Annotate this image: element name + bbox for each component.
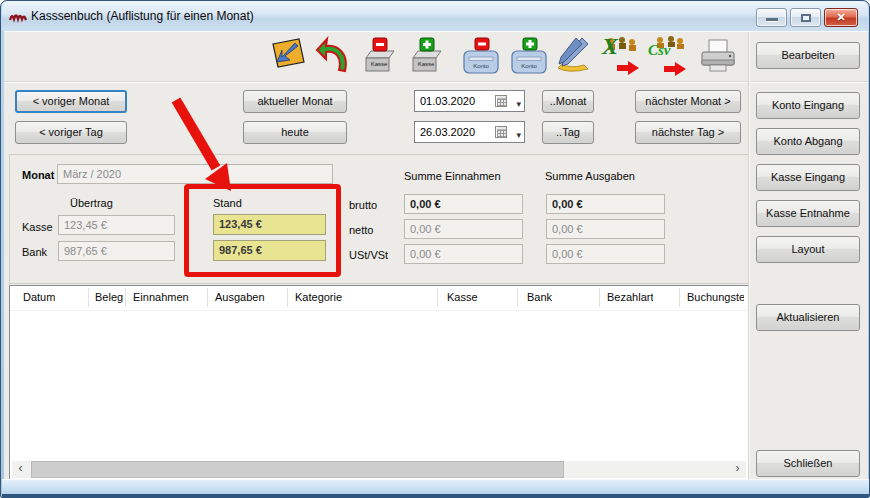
kasse-eingang-label: Kasse	[406, 61, 446, 67]
kasse-stand-field: 123,45 €	[213, 214, 326, 235]
close-icon: ✕	[836, 11, 845, 23]
month-date-value: 01.03.2020	[420, 95, 475, 107]
col-header-ausgaben[interactable]: Ausgaben	[215, 291, 265, 303]
bank-row-label: Bank	[22, 246, 47, 258]
netto-ausgaben-field: 0,00 €	[546, 219, 665, 239]
kasse-entnahme-button[interactable]: Kasse Entnahme	[756, 200, 860, 227]
brutto-ausgaben-field: 0,00 €	[546, 194, 665, 214]
content-area: Kasse Kasse Konto	[4, 31, 868, 481]
col-header-kategorie[interactable]: Kategorie	[295, 291, 342, 303]
summe-einnahmen-header: Summe Einnahmen	[404, 170, 501, 182]
excel-export-icon[interactable]: X	[601, 36, 641, 78]
konto-eingang-label: Konto	[509, 63, 549, 69]
konto-eingang-button[interactable]: Konto Eingang	[756, 92, 860, 119]
window-controls: ✕	[756, 8, 858, 27]
col-header-beleg[interactable]: Beleg	[95, 291, 123, 303]
col-header-kasse[interactable]: Kasse	[447, 291, 478, 303]
app-icon	[9, 10, 27, 23]
kasse-row-label: Kasse	[22, 221, 53, 233]
column-divider[interactable]	[517, 288, 518, 307]
window-title: Kasssenbuch (Auflistung für einen Monat)	[31, 9, 254, 23]
month-label: Monat	[22, 169, 54, 181]
kasse-abgang-icon[interactable]: Kasse	[359, 36, 399, 78]
next-day-button[interactable]: nächster Tag >	[635, 121, 741, 144]
kasse-eingang-icon[interactable]: Kasse	[406, 36, 446, 78]
month-value-field: März / 2020	[57, 164, 333, 184]
column-divider[interactable]	[207, 288, 208, 307]
edit-icon[interactable]	[554, 36, 594, 78]
column-divider[interactable]	[287, 288, 288, 307]
goto-day-button[interactable]: ..Tag	[542, 121, 594, 144]
horizontal-scrollbar[interactable]: ‹ ›	[12, 461, 746, 478]
goto-month-button[interactable]: ..Monat	[542, 90, 594, 113]
col-header-datum[interactable]: Datum	[23, 291, 55, 303]
calendar-icon[interactable]	[495, 95, 507, 107]
col-header-einnahmen[interactable]: Einnahmen	[133, 291, 189, 303]
stand-header: Stand	[213, 197, 242, 209]
chevron-down-icon[interactable]: ▾	[516, 94, 521, 114]
bearbeiten-button[interactable]: Bearbeiten	[756, 42, 860, 69]
uebertrag-header: Übertrag	[70, 197, 113, 209]
netto-label: netto	[349, 224, 373, 236]
csv-glyph: Csv	[648, 42, 671, 59]
scrollbar-thumb[interactable]	[31, 461, 564, 478]
scroll-left-button[interactable]: ‹	[12, 461, 29, 478]
title-bar[interactable]: Kasssenbuch (Auflistung für einen Monat)…	[2, 1, 868, 31]
close-button[interactable]: ✕	[824, 8, 858, 27]
column-divider[interactable]	[437, 288, 438, 307]
konto-eingang-icon[interactable]: Konto	[509, 36, 549, 78]
column-divider[interactable]	[88, 288, 89, 307]
panel-divider	[748, 32, 749, 482]
app-window: Kasssenbuch (Auflistung für einen Monat)…	[0, 0, 870, 498]
excel-x-glyph: X	[602, 33, 618, 60]
minimize-icon	[766, 18, 778, 21]
brutto-label: brutto	[349, 199, 377, 211]
toolbar: Kasse Kasse Konto	[4, 32, 868, 82]
column-divider[interactable]	[125, 288, 126, 307]
konto-abgang-icon[interactable]: Konto	[461, 36, 501, 78]
col-header-bezahlart[interactable]: Bezahlart	[607, 291, 653, 303]
window-frame-bottom	[2, 479, 870, 497]
csv-export-icon[interactable]: Csv	[648, 36, 688, 78]
import-icon[interactable]	[268, 36, 308, 78]
current-month-button[interactable]: aktueller Monat	[243, 90, 347, 113]
summe-ausgaben-header: Summe Ausgaben	[545, 170, 635, 182]
scroll-right-button[interactable]: ›	[729, 461, 746, 478]
col-header-bank[interactable]: Bank	[527, 291, 552, 303]
today-button[interactable]: heute	[243, 121, 347, 144]
maximize-icon	[801, 14, 811, 22]
brutto-einnahmen-field: 0,00 €	[404, 194, 523, 214]
bank-uebertrag-field: 987,65 €	[58, 241, 175, 261]
day-date-value: 26.03.2020	[420, 126, 475, 138]
prev-day-button[interactable]: < voriger Tag	[15, 121, 127, 144]
ust-ausgaben-field: 0,00 €	[546, 244, 665, 264]
prev-month-button[interactable]: < voriger Monat	[15, 90, 127, 113]
col-header-buchungstext[interactable]: Buchungstext	[687, 291, 744, 303]
print-icon[interactable]	[698, 36, 738, 78]
day-date-picker[interactable]: 26.03.2020 ▾	[414, 121, 525, 143]
month-date-picker[interactable]: 01.03.2020 ▾	[414, 90, 525, 112]
calendar-icon[interactable]	[495, 126, 507, 138]
maximize-button[interactable]	[790, 8, 821, 27]
column-divider[interactable]	[679, 288, 680, 307]
netto-einnahmen-field: 0,00 €	[404, 219, 523, 239]
konto-abgang-label: Konto	[461, 63, 501, 69]
ust-einnahmen-field: 0,00 €	[404, 244, 523, 264]
column-divider[interactable]	[599, 288, 600, 307]
schliessen-button[interactable]: Schließen	[756, 450, 860, 477]
minimize-button[interactable]	[756, 8, 787, 27]
ust-vst-label: USt/VSt	[349, 249, 388, 261]
summary-groupbox: Monat März / 2020 Übertrag Stand Summe E…	[9, 154, 749, 284]
konto-abgang-button[interactable]: Konto Abgang	[756, 128, 860, 155]
undo-icon[interactable]	[314, 36, 354, 78]
kasse-eingang-button[interactable]: Kasse Eingang	[756, 164, 860, 191]
next-month-button[interactable]: nächster Monat >	[635, 90, 741, 113]
layout-button[interactable]: Layout	[756, 236, 860, 263]
table-body	[10, 311, 748, 461]
bookings-table: Datum Beleg Einnahmen Ausgaben Kategorie…	[9, 285, 749, 481]
kasse-abgang-label: Kasse	[359, 61, 399, 67]
kasse-uebertrag-field: 123,45 €	[58, 215, 175, 235]
bank-stand-field: 987,65 €	[213, 240, 326, 261]
aktualisieren-button[interactable]: Aktualisieren	[756, 304, 860, 331]
chevron-down-icon[interactable]: ▾	[516, 125, 521, 145]
